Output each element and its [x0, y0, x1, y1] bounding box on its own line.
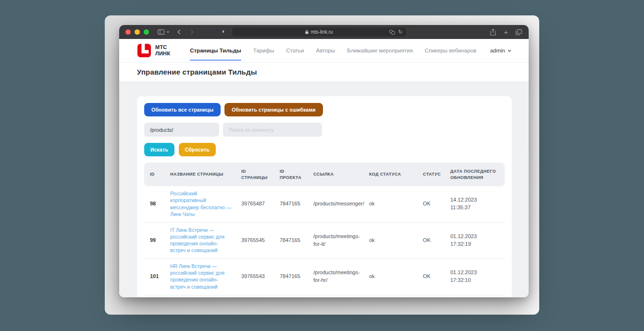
page-name-link[interactable]: HR Линк Встречи — российский сервис для …	[170, 263, 232, 290]
tab-overview-icon[interactable]	[516, 29, 522, 35]
cell-project-id: 7847165	[275, 186, 309, 222]
address-text: mts-link.ru	[310, 29, 333, 35]
cell-project-id	[275, 295, 309, 297]
page-title: Управление страницами Тильды	[137, 68, 257, 76]
main-nav: Страницы Тильды Тарифы Статьи Авторы Бли…	[178, 39, 476, 62]
table-header-row: ID НАЗВАНИЕ СТРАНИЦЫ ID СТРАНИЦЫ ID ПРОЕ…	[144, 163, 505, 186]
cell-id: 98	[144, 186, 165, 222]
close-window-icon[interactable]	[125, 29, 131, 35]
reload-icon[interactable]: ↻	[398, 29, 403, 35]
pages-table: ID НАЗВАНИЕ СТРАНИЦЫ ID СТРАНИЦЫ ID ПРОЕ…	[144, 163, 505, 297]
user-menu-label: admin	[490, 48, 505, 53]
mts-link-logo[interactable]: МТС ЛИНК	[137, 43, 170, 58]
nav-item-authors[interactable]: Авторы	[316, 39, 335, 62]
mts-link-logo-icon	[137, 43, 151, 58]
col-page-name: НАЗВАНИЕ СТРАНИЦЫ	[165, 163, 236, 186]
chevron-down-icon	[508, 50, 511, 52]
page-name-link[interactable]: IT Линк Встречи — российский сервис для …	[170, 227, 232, 254]
col-status-code: КОД СТАТУСА	[364, 163, 418, 186]
share-icon[interactable]	[490, 29, 496, 36]
lock-icon	[305, 30, 309, 34]
page-title-bar: Управление страницами Тильды	[119, 63, 529, 82]
page-body: Обновить все страницы Обновить страницы …	[119, 82, 529, 297]
cell-status-code: ok	[364, 222, 418, 258]
search-button[interactable]: Искать	[144, 143, 174, 156]
cell-updated: 14.12.202311:35:37	[446, 186, 505, 222]
cell-link: /products/messenger/	[309, 186, 364, 222]
path-filter-input[interactable]	[144, 123, 219, 137]
cell-updated: 01.12.202317:32:19	[446, 222, 505, 258]
col-link: ССЫЛКА	[309, 163, 364, 186]
cell-status	[418, 295, 446, 297]
new-tab-icon[interactable]: +	[504, 28, 508, 36]
address-bar[interactable]: mts-link.ru ↻	[232, 27, 407, 37]
cell-page-id	[236, 295, 275, 297]
browser-titlebar: ◐ mts-link.ru ↻	[119, 25, 529, 39]
sidebar-toggle-icon[interactable]	[158, 29, 164, 35]
col-project-id: ID ПРОЕКТА	[275, 163, 309, 186]
cell-status: OK	[418, 186, 446, 222]
cell-updated	[446, 295, 505, 297]
cell-updated: 01.12.202317:32:10	[446, 258, 505, 294]
browser-window: ◐ mts-link.ru ↻	[119, 25, 529, 297]
col-id: ID	[144, 163, 165, 186]
nav-item-tilda-pages[interactable]: Страницы Тильды	[190, 39, 241, 62]
page-appearance-icon[interactable]: ◐	[222, 28, 225, 34]
minimize-window-icon[interactable]	[135, 29, 140, 35]
zoom-window-icon[interactable]	[144, 29, 149, 35]
cell-link: /products/meetings-for-it/	[309, 222, 364, 258]
cell-status-code: ok	[364, 186, 418, 222]
cell-status: OK	[418, 258, 446, 294]
cell-id	[144, 295, 165, 297]
cell-id: 99	[144, 222, 165, 258]
cell-status-code: ok	[364, 258, 418, 294]
update-error-pages-button[interactable]: Обновить страницы с ошибками	[224, 103, 322, 116]
cell-project-id: 7847165	[275, 222, 309, 258]
page-name-link[interactable]: Российский корпоративный мессенджер бесп…	[170, 190, 232, 217]
translate-icon[interactable]	[389, 30, 395, 35]
content-search-input[interactable]	[223, 123, 322, 137]
col-last-updated: ДАТА ПОСЛЕДНЕГО ОБНОВЛЕНИЯ	[446, 163, 505, 186]
cell-page-id: 39765487	[236, 186, 275, 222]
cell-status-code	[364, 295, 418, 297]
table-row: 98 Российский корпоративный мессенджер б…	[144, 186, 505, 222]
table-row: 101 HR Линк Встречи — российский сервис …	[144, 258, 505, 294]
app-header: МТС ЛИНК Страницы Тильды Тарифы Статьи А…	[119, 39, 529, 63]
col-page-id: ID СТРАНИЦЫ	[236, 163, 275, 186]
table-row: Линк Вебинары —	[144, 295, 505, 297]
content-card: Обновить все страницы Обновить страницы …	[137, 96, 512, 297]
cell-link: /products/meetings-for-hr/	[309, 258, 364, 294]
cell-page-id: 39765545	[236, 222, 275, 258]
nav-item-articles[interactable]: Статьи	[286, 39, 304, 62]
col-status: СТАТУС	[418, 163, 446, 186]
update-all-pages-button[interactable]: Обновить все страницы	[144, 103, 221, 116]
window-controls	[125, 29, 149, 35]
cell-id: 101	[144, 258, 165, 294]
sidebar-chevron-down-icon[interactable]	[166, 31, 170, 33]
reset-button[interactable]: Сбросить	[179, 143, 216, 156]
nav-item-upcoming-events[interactable]: Ближайшие мероприятия	[347, 39, 413, 62]
nav-item-webinar-speakers[interactable]: Спикеры вебинаров	[425, 39, 476, 62]
nav-item-tariffs[interactable]: Тарифы	[253, 39, 274, 62]
back-icon[interactable]	[177, 29, 181, 35]
cell-status: OK	[418, 222, 446, 258]
cell-project-id: 7847165	[275, 258, 309, 294]
cell-link	[309, 295, 364, 297]
logo-text: МТС ЛИНК	[155, 44, 170, 56]
table-row: 99 IT Линк Встречи — российский сервис д…	[144, 222, 505, 258]
forward-icon[interactable]	[190, 29, 194, 35]
user-menu[interactable]: admin	[490, 48, 511, 53]
cell-page-id: 39765543	[236, 258, 275, 294]
